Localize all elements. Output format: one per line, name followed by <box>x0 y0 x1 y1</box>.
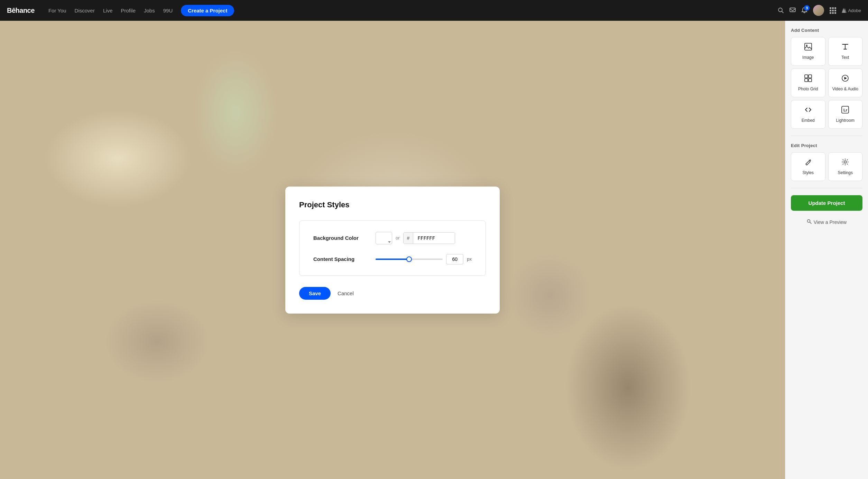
messages-icon[interactable] <box>789 7 796 13</box>
sidebar-item-settings-label: Settings <box>838 170 853 175</box>
nav-live[interactable]: Live <box>103 8 113 13</box>
main-layout: Project Styles Background Color or # <box>0 21 868 479</box>
avatar[interactable] <box>813 5 824 16</box>
sidebar: Add Content Image <box>785 21 868 479</box>
settings-gear-icon <box>841 158 849 168</box>
px-label: px <box>467 256 472 262</box>
view-preview-button[interactable]: View a Preview <box>791 216 862 228</box>
or-label: or <box>396 235 400 241</box>
spacing-slider-container: px <box>376 254 472 264</box>
video-audio-icon <box>841 74 849 84</box>
content-spacing-label: Content Spacing <box>313 256 376 262</box>
modal-title: Project Styles <box>299 200 486 209</box>
sidebar-item-photo-grid[interactable]: Photo Grid <box>791 69 825 97</box>
save-button[interactable]: Save <box>299 287 331 300</box>
logo[interactable]: Bēhance <box>7 7 35 15</box>
navbar: Bēhance For You Discover Live Profile Jo… <box>0 0 868 21</box>
add-content-section: Add Content Image <box>791 28 862 129</box>
photo-grid-icon <box>804 74 812 84</box>
svg-marker-12 <box>844 77 847 80</box>
adobe-logo[interactable]: Adobe <box>842 8 861 13</box>
sidebar-item-embed[interactable]: Embed <box>791 100 825 129</box>
add-content-grid: Image Text <box>791 37 862 129</box>
svg-rect-10 <box>809 79 812 82</box>
svg-point-6 <box>806 45 807 46</box>
background-color-label: Background Color <box>313 235 376 241</box>
apps-grid-icon[interactable] <box>830 7 836 14</box>
nav-99u[interactable]: 99U <box>163 8 173 13</box>
sidebar-item-text[interactable]: Text <box>828 37 863 66</box>
hex-color-input[interactable] <box>413 233 455 244</box>
sidebar-item-lightroom-label: Lightroom <box>836 118 855 123</box>
sidebar-item-lightroom[interactable]: Lr Lightroom <box>828 100 863 129</box>
sidebar-item-image-label: Image <box>802 55 814 60</box>
embed-icon <box>804 106 812 115</box>
nav: For You Discover Live Profile Jobs 99U C… <box>48 5 770 16</box>
search-icon[interactable] <box>778 7 784 13</box>
sidebar-item-text-label: Text <box>841 55 849 60</box>
nav-discover[interactable]: Discover <box>75 8 95 13</box>
sidebar-divider-2 <box>791 188 862 188</box>
sidebar-item-video-audio-label: Video & Audio <box>832 87 858 91</box>
content-spacing-row: Content Spacing px <box>313 254 472 264</box>
notification-badge: 9 <box>804 5 810 11</box>
nav-jobs[interactable]: Jobs <box>144 8 155 13</box>
notifications-icon[interactable]: 9 <box>801 7 807 13</box>
hex-input-container: # <box>403 232 455 244</box>
spacing-value-input[interactable] <box>446 254 463 264</box>
sidebar-divider <box>791 136 862 136</box>
project-styles-modal: Project Styles Background Color or # <box>285 187 500 314</box>
hash-symbol: # <box>404 233 414 244</box>
svg-rect-2 <box>790 8 795 12</box>
slider-track <box>376 259 443 260</box>
color-controls: or # <box>376 232 472 244</box>
text-icon <box>841 43 849 52</box>
svg-rect-9 <box>805 79 808 82</box>
create-project-button[interactable]: Create a Project <box>181 5 234 16</box>
slider-thumb[interactable] <box>406 256 412 262</box>
modal-overlay: Project Styles Background Color or # <box>0 21 785 479</box>
nav-profile[interactable]: Profile <box>121 8 136 13</box>
sidebar-item-embed-label: Embed <box>802 118 815 123</box>
sidebar-item-photo-grid-label: Photo Grid <box>798 87 818 91</box>
svg-rect-5 <box>805 43 812 50</box>
styles-icon <box>804 158 812 168</box>
svg-line-17 <box>810 222 811 224</box>
svg-line-1 <box>782 11 784 13</box>
cancel-button[interactable]: Cancel <box>338 290 354 296</box>
svg-point-15 <box>844 161 847 163</box>
preview-search-icon <box>807 219 812 225</box>
content-area: Project Styles Background Color or # <box>0 21 785 479</box>
svg-rect-8 <box>809 75 812 78</box>
svg-rect-7 <box>805 75 808 78</box>
color-picker[interactable] <box>376 232 392 244</box>
slider-fill <box>376 259 409 260</box>
modal-actions: Save Cancel <box>299 287 486 300</box>
background-color-row: Background Color or # <box>313 232 472 244</box>
svg-text:Lr: Lr <box>843 108 848 112</box>
modal-form: Background Color or # <box>299 220 486 276</box>
sidebar-item-image[interactable]: Image <box>791 37 825 66</box>
sidebar-item-styles[interactable]: Styles <box>791 152 825 181</box>
edit-project-grid: Styles Settings <box>791 152 862 181</box>
navbar-right: 9 Adobe <box>778 5 861 16</box>
update-project-button[interactable]: Update Project <box>791 195 862 211</box>
image-icon <box>804 43 812 52</box>
sidebar-item-styles-label: Styles <box>802 170 814 175</box>
sidebar-item-settings[interactable]: Settings <box>828 152 863 181</box>
view-preview-label: View a Preview <box>814 219 847 225</box>
lightroom-icon: Lr <box>841 106 849 115</box>
edit-project-title: Edit Project <box>791 143 862 148</box>
nav-for-you[interactable]: For You <box>48 8 66 13</box>
sidebar-item-video-audio[interactable]: Video & Audio <box>828 69 863 97</box>
edit-project-section: Edit Project Styles <box>791 143 862 181</box>
add-content-title: Add Content <box>791 28 862 33</box>
